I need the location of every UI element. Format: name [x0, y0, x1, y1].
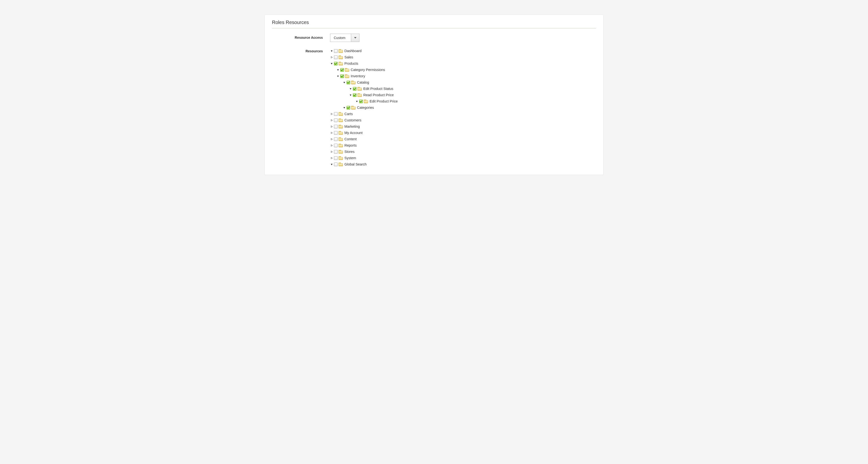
- resources-label: Resources: [272, 47, 330, 53]
- tree-row: Categories: [343, 105, 596, 111]
- tree-node-label[interactable]: Edit Product Price: [369, 99, 398, 103]
- expand-toggle-closed-icon[interactable]: [330, 138, 333, 141]
- expand-toggle-open-icon[interactable]: [330, 62, 333, 65]
- expand-toggle-closed-icon[interactable]: [330, 125, 333, 128]
- resource-access-select[interactable]: Custom: [330, 34, 360, 42]
- tree-checkbox[interactable]: [334, 56, 338, 59]
- tree-row: Reports: [330, 142, 596, 148]
- folder-icon: [351, 106, 355, 110]
- folder-icon: [339, 62, 343, 65]
- tree-node: Global Search: [330, 161, 596, 168]
- tree-node-label[interactable]: Stores: [344, 150, 354, 154]
- expand-toggle-closed-icon[interactable]: [330, 150, 333, 153]
- tree-row: Category Permissions: [336, 67, 596, 73]
- expand-toggle-open-icon[interactable]: [349, 93, 352, 96]
- tree-children: Edit Product StatusRead Product PriceEdi…: [343, 86, 596, 105]
- tree-node-label[interactable]: My Account: [344, 131, 363, 135]
- tree-checkbox[interactable]: [334, 150, 338, 154]
- expand-toggle-closed-icon[interactable]: [330, 131, 333, 134]
- tree-checkbox[interactable]: [334, 125, 338, 128]
- resource-access-dropdown-button[interactable]: [351, 34, 359, 42]
- tree-checkbox[interactable]: [340, 75, 344, 78]
- tree-checkbox[interactable]: [334, 49, 338, 53]
- tree-checkbox[interactable]: [334, 144, 338, 147]
- tree-row: Dashboard: [330, 48, 596, 54]
- tree-checkbox[interactable]: [347, 106, 350, 110]
- expand-toggle-open-icon[interactable]: [336, 68, 339, 71]
- folder-icon: [339, 144, 343, 147]
- tree-node-label[interactable]: System: [344, 156, 356, 160]
- tree-node-label[interactable]: Catalog: [356, 81, 369, 84]
- tree-checkbox[interactable]: [353, 93, 356, 97]
- tree-row: Inventory: [336, 73, 596, 79]
- folder-icon: [358, 87, 362, 91]
- tree-node: Dashboard: [330, 48, 596, 54]
- tree-checkbox[interactable]: [334, 137, 338, 141]
- tree-node-label[interactable]: Dashboard: [344, 49, 362, 53]
- tree-node-label[interactable]: Carts: [344, 112, 353, 116]
- tree-node-label[interactable]: Products: [344, 62, 358, 65]
- folder-icon: [339, 163, 343, 166]
- tree-checkbox[interactable]: [334, 131, 338, 135]
- folder-icon: [339, 49, 343, 53]
- tree-checkbox[interactable]: [353, 87, 356, 91]
- folder-icon: [345, 68, 349, 72]
- tree-node-label[interactable]: Categories: [356, 106, 374, 110]
- tree-row: Read Product Price: [349, 92, 596, 98]
- tree-node-label[interactable]: Inventory: [350, 74, 365, 78]
- tree-node-label[interactable]: Content: [344, 137, 357, 141]
- tree-node: Sales: [330, 54, 596, 60]
- tree-node: Edit Product Price: [355, 98, 596, 105]
- tree-row: Carts: [330, 111, 596, 117]
- expand-toggle-open-icon[interactable]: [336, 75, 339, 78]
- folder-icon: [345, 75, 349, 78]
- expand-toggle-open-icon[interactable]: [330, 50, 333, 52]
- resource-access-value: Custom: [330, 34, 351, 42]
- expand-toggle-open-icon[interactable]: [349, 87, 352, 90]
- tree-row: Sales: [330, 54, 596, 60]
- expand-toggle-open-icon[interactable]: [355, 100, 358, 103]
- tree-row: My Account: [330, 129, 596, 136]
- tree-row: Edit Product Status: [349, 86, 596, 92]
- tree-checkbox[interactable]: [359, 99, 363, 103]
- folder-icon: [351, 81, 355, 84]
- tree-node-label[interactable]: Edit Product Status: [363, 87, 393, 91]
- tree-checkbox[interactable]: [334, 112, 338, 116]
- expand-toggle-closed-icon[interactable]: [330, 112, 333, 115]
- expand-toggle-open-icon[interactable]: [343, 81, 346, 84]
- tree-checkbox[interactable]: [334, 118, 338, 122]
- tree-children: Category PermissionsInventoryCatalogEdit…: [330, 67, 596, 111]
- folder-icon: [339, 118, 343, 122]
- tree-checkbox[interactable]: [334, 163, 338, 166]
- tree-checkbox[interactable]: [340, 68, 344, 72]
- expand-toggle-closed-icon[interactable]: [330, 119, 333, 122]
- tree-node-label[interactable]: Category Permissions: [350, 68, 385, 72]
- tree-row: Marketing: [330, 123, 596, 129]
- tree-node-label[interactable]: Sales: [344, 55, 353, 59]
- folder-icon: [364, 99, 368, 103]
- tree-node-label[interactable]: Global Search: [344, 162, 367, 166]
- tree-node-label[interactable]: Reports: [344, 143, 357, 147]
- tree-row: System: [330, 155, 596, 161]
- tree-node-label[interactable]: Read Product Price: [363, 93, 394, 97]
- tree-node: Content: [330, 136, 596, 142]
- tree-node: Stores: [330, 148, 596, 155]
- folder-icon: [339, 125, 343, 128]
- tree-row: Products: [330, 60, 596, 67]
- tree-node: My Account: [330, 129, 596, 136]
- folder-icon: [339, 150, 343, 154]
- tree-checkbox[interactable]: [334, 62, 338, 65]
- tree-checkbox[interactable]: [334, 156, 338, 160]
- folder-icon: [339, 56, 343, 59]
- tree-node: Edit Product Status: [349, 86, 596, 92]
- tree-row: Content: [330, 136, 596, 142]
- expand-toggle-open-icon[interactable]: [343, 106, 346, 109]
- expand-toggle-open-icon[interactable]: [330, 163, 333, 166]
- tree-node-label[interactable]: Customers: [344, 118, 361, 122]
- expand-toggle-closed-icon[interactable]: [330, 144, 333, 147]
- expand-toggle-closed-icon[interactable]: [330, 56, 333, 59]
- expand-toggle-closed-icon[interactable]: [330, 156, 333, 160]
- tree-checkbox[interactable]: [347, 81, 350, 84]
- tree-node: Read Product PriceEdit Product Price: [349, 92, 596, 105]
- tree-node-label[interactable]: Marketing: [344, 124, 360, 128]
